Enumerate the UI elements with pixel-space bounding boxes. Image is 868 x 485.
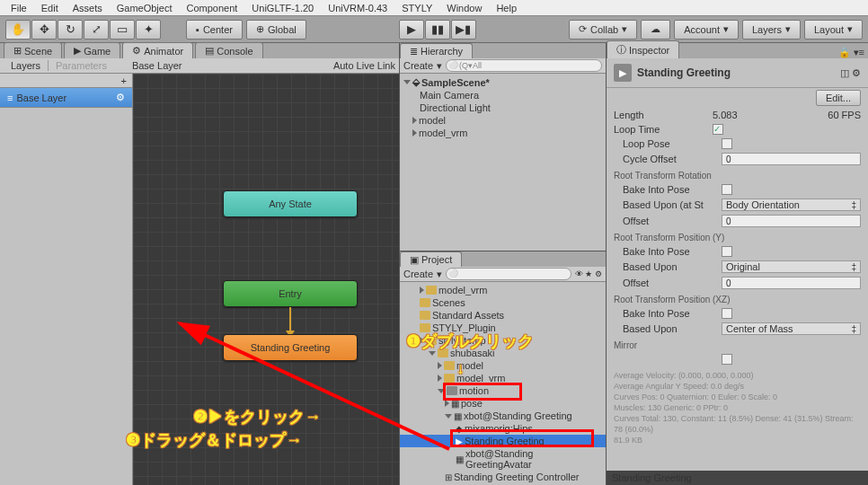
loop-time-label: Loop Time [614,124,713,135]
menu-edit[interactable]: Edit [34,3,66,13]
node-entry[interactable]: Entry [223,280,358,307]
menu-styly[interactable]: STYLY [394,3,439,13]
menu-bar: File Edit Assets GameObject Component Un… [0,0,868,16]
proj-xbot-standing[interactable]: ▦ xbot@Standing Greeting [400,410,606,422]
cloud-button[interactable]: ☁ [641,20,670,40]
clip-icon: ▶ [614,64,632,82]
proj-standard-assets[interactable]: Standard Assets [400,309,606,322]
play-button[interactable]: ▶ [399,20,424,40]
annotation-redbox-standing [450,429,594,447]
based-label-1: Based Upon (at St [623,199,722,210]
rotate-tool[interactable]: ↻ [58,20,83,40]
inspector-footer: Standing Greeting [607,471,868,485]
hierarchy-create[interactable]: Create [403,60,433,71]
tab-animator[interactable]: ⚙ Animator [122,42,193,58]
breadcrumb-base[interactable]: Base Layer [132,60,182,71]
hier-model[interactable]: model [400,114,606,127]
cycle-offset-label: Cycle Offset [623,154,722,164]
hand-tool[interactable]: ✋ [5,20,31,40]
offset-label-1: Offset [623,216,722,226]
hier-directional-light[interactable]: Directional Light [400,101,606,114]
tab-scene[interactable]: ⊞ Scene [4,42,62,58]
account-dropdown[interactable]: Account ▾ [674,20,739,40]
menu-gameobject[interactable]: GameObject [110,3,180,13]
bip-label-2: Bake Into Pose [623,246,722,257]
based-dropdown-2[interactable]: Original‡ [722,260,861,273]
annotation-1: ❶ダブルクリック [406,331,534,352]
layout-dropdown[interactable]: Layout ▾ [804,20,863,40]
loop-time-checkbox[interactable] [713,124,723,135]
node-standing-greeting[interactable]: Standing Greeting [223,334,358,361]
add-layer[interactable]: + [121,75,127,86]
fps-value: 60 FPS [828,110,861,120]
bip-checkbox-3[interactable] [722,308,732,319]
bip-checkbox-2[interactable] [722,246,732,257]
loop-pose-label: Loop Pose [623,138,722,149]
hier-main-camera[interactable]: Main Camera [400,89,606,101]
proj-controller[interactable]: ⊞ Standing Greeting Controller [400,471,606,483]
proj-avatar[interactable]: ▦ xbot@Standing GreetingAvatar [400,447,606,471]
tab-hierarchy[interactable]: ≣ Hierarchy [400,43,473,59]
tab-game[interactable]: ▶ Game [64,42,120,58]
toolbar: ✋ ✥ ↻ ⤢ ▭ ✦ ▪ Center ⊕ Global ▶ ▮▮ ▶▮ ⟳ … [0,16,868,43]
scale-tool[interactable]: ⤢ [84,20,109,40]
menu-file[interactable]: File [4,3,34,13]
menu-unigltf[interactable]: UniGLTF-1.20 [244,3,321,13]
params-subtab[interactable]: Parameters [49,60,114,71]
proj-model-vrm-top[interactable]: model_vrm [400,284,606,296]
bip-label-1: Bake Into Pose [623,184,722,195]
mirror-checkbox[interactable] [722,354,732,365]
cycle-offset-input[interactable] [722,153,861,165]
section-rtr: Root Transform Rotation [607,167,868,182]
offset-input-2[interactable] [722,277,861,289]
layers-dropdown[interactable]: Layers ▾ [742,20,801,40]
tab-project[interactable]: ▣ Project [400,251,462,268]
tab-console[interactable]: ▤ Console [195,42,262,58]
menu-univrm[interactable]: UniVRM-0.43 [321,3,394,13]
menu-window[interactable]: Window [439,3,489,13]
length-label: Length [614,110,713,120]
collab-dropdown[interactable]: ⟳ Collab ▾ [569,20,637,40]
hier-model-vrm[interactable]: model_vrm [400,127,606,139]
stats-text: Average Velocity: (0.000, 0.000, 0.000) … [607,366,868,449]
loop-pose-checkbox[interactable] [722,138,732,149]
tab-inspector[interactable]: ⓘ Inspector [607,40,679,58]
menu-assets[interactable]: Assets [66,3,110,13]
project-search[interactable] [446,268,571,280]
proj-model[interactable]: model [400,359,606,372]
transform-tool[interactable]: ✦ [136,20,161,40]
based-label-2: Based Upon [623,261,722,272]
annotation-arrow-down: ↓ [456,359,465,378]
node-any-state[interactable]: Any State [223,190,358,217]
clip-name: Standing Greeting [637,66,731,79]
annotation-redbox-motion [443,383,522,401]
menu-help[interactable]: Help [489,3,524,13]
bip-checkbox-1[interactable] [722,184,732,195]
section-rty: Root Transform Position (Y) [607,229,868,244]
scene-root[interactable]: ⬙ SampleScene* [400,75,606,89]
section-rtxz: Root Transform Position (XZ) [607,291,868,306]
based-dropdown-3[interactable]: Center of Mass‡ [722,322,861,335]
hierarchy-search[interactable]: (Q▾All [446,59,602,72]
length-value: 5.083 [713,110,738,120]
layer-base[interactable]: ≡ Base Layer⚙ [0,88,132,108]
layers-subtab[interactable]: Layers [4,60,49,71]
rect-tool[interactable]: ▭ [110,20,135,40]
filter-icons[interactable]: 👁 ★ ⚙ [575,269,602,278]
move-tool[interactable]: ✥ [31,20,57,40]
edit-button[interactable]: Edit... [816,90,861,106]
space-toggle[interactable]: ⊕ Global [246,20,306,40]
step-button[interactable]: ▶▮ [451,20,476,40]
offset-input-1[interactable] [722,215,861,227]
pivot-toggle[interactable]: ▪ Center [186,20,243,40]
bip-label-3: Bake Into Pose [623,308,722,319]
menu-component[interactable]: Component [179,3,244,13]
pause-button[interactable]: ▮▮ [425,20,450,40]
offset-label-2: Offset [623,278,722,288]
auto-live-link[interactable]: Auto Live Link [333,60,395,71]
based-dropdown-1[interactable]: Body Orientation‡ [722,198,861,211]
project-create[interactable]: Create [403,269,433,279]
proj-scenes[interactable]: Scenes [400,296,606,309]
annotation-3: ❸ドラッグ＆ドロップ→ [126,429,302,451]
annotation-2: ❷▶をクリック→ [193,406,321,428]
